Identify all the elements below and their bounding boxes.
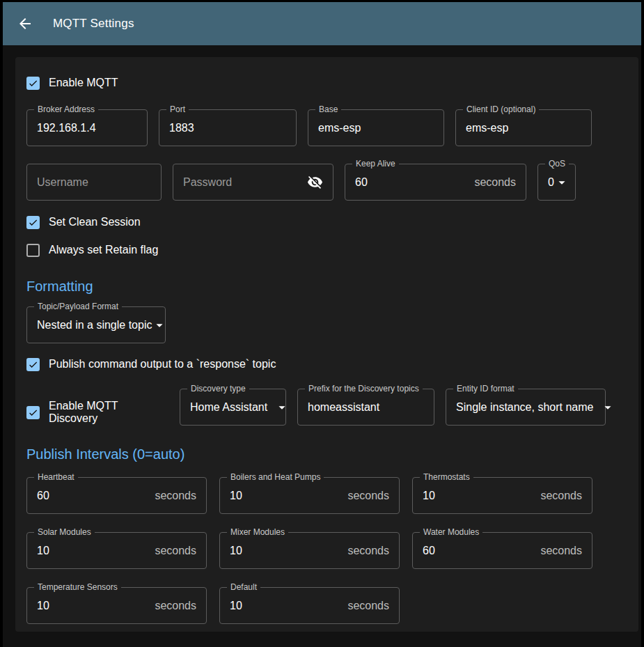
- client-id-label: Client ID (optional): [463, 104, 539, 115]
- arrow-dropdown-icon: [600, 400, 615, 415]
- discovery-type-label: Discovery type: [187, 384, 249, 394]
- thermostats-interval-field[interactable]: Thermostats seconds: [412, 477, 592, 514]
- back-button[interactable]: [17, 15, 33, 32]
- checkbox-label: Always set Retain flag: [49, 244, 158, 256]
- checkbox-label: Enable MQTT Discovery: [49, 400, 168, 425]
- port-input[interactable]: [169, 122, 286, 134]
- port-label: Port: [166, 104, 189, 115]
- port-field[interactable]: Port: [159, 109, 297, 146]
- base-field[interactable]: Base: [308, 109, 444, 146]
- discovery-type-value: Home Assistant: [190, 401, 267, 414]
- heartbeat-interval-field[interactable]: Heartbeat seconds: [26, 477, 207, 514]
- checkbox-checked-icon[interactable]: [26, 77, 40, 90]
- solar-modules-interval-field[interactable]: Solar Modules seconds: [26, 532, 207, 569]
- interval-label: Thermostats: [420, 472, 473, 483]
- discovery-row: Enable MQTT Discovery Discovery type Hom…: [26, 389, 627, 426]
- broker-address-field[interactable]: Broker Address: [26, 109, 148, 146]
- topic-payload-format-label: Topic/Payload Format: [34, 302, 122, 312]
- entity-id-format-select[interactable]: Entity ID format Single instance, short …: [446, 389, 606, 426]
- solar-modules-interval-input[interactable]: [37, 545, 149, 557]
- interval-unit: seconds: [149, 600, 196, 612]
- default-interval-input[interactable]: [230, 600, 342, 612]
- temperature-sensors-interval-input[interactable]: [37, 600, 149, 612]
- interval-unit: seconds: [535, 545, 582, 557]
- heartbeat-interval-input[interactable]: [37, 490, 149, 502]
- arrow-left-icon: [17, 15, 33, 32]
- checkbox-publish-response-topic[interactable]: Publish command output to a `response` t…: [26, 356, 627, 373]
- password-field[interactable]: [173, 164, 333, 201]
- checkbox-set-clean-session[interactable]: Set Clean Session: [26, 214, 627, 231]
- checkbox-enable-mqtt[interactable]: Enable MQTT: [26, 75, 627, 91]
- visibility-off-icon: [307, 174, 323, 190]
- temperature-sensors-interval-field[interactable]: Temperature Sensors seconds: [26, 587, 207, 624]
- client-id-field[interactable]: Client ID (optional): [455, 109, 592, 146]
- interval-label: Heartbeat: [34, 472, 78, 483]
- toggle-password-visibility-button[interactable]: [307, 174, 323, 190]
- broker-address-label: Broker Address: [34, 104, 98, 115]
- interval-label: Boilers and Heat Pumps: [227, 472, 324, 483]
- checkbox-label: Publish command output to a `response` t…: [49, 358, 276, 371]
- entity-id-format-label: Entity ID format: [453, 384, 518, 394]
- credentials-row: Keep Alive seconds QoS 0: [26, 164, 627, 201]
- discovery-prefix-label: Prefix for the Discovery topics: [305, 384, 423, 394]
- checkbox-unchecked-icon[interactable]: [26, 244, 40, 257]
- discovery-type-select[interactable]: Discovery type Home Assistant: [180, 389, 286, 426]
- window-frame: MQTT Settings Enable MQTT Broker Address…: [3, 2, 641, 647]
- interval-unit: seconds: [342, 600, 389, 612]
- base-input[interactable]: [318, 122, 434, 134]
- checkbox-always-set-retain-flag[interactable]: Always set Retain flag: [26, 242, 627, 258]
- interval-label: Temperature Sensors: [34, 582, 121, 593]
- interval-label: Mixer Modules: [227, 527, 288, 538]
- checkbox-enable-mqtt-discovery[interactable]: Enable MQTT Discovery: [26, 400, 168, 425]
- broker-address-input[interactable]: [37, 122, 137, 134]
- arrow-dropdown-icon: [554, 175, 570, 190]
- entity-id-format-value: Single instance, short name: [456, 401, 593, 414]
- boilers-interval-input[interactable]: [230, 490, 342, 502]
- interval-label: Water Modules: [420, 527, 482, 538]
- checkbox-checked-icon[interactable]: [26, 406, 40, 419]
- client-id-input[interactable]: [466, 122, 581, 134]
- interval-unit: seconds: [535, 490, 582, 502]
- discovery-prefix-input[interactable]: [308, 401, 424, 414]
- keep-alive-label: Keep Alive: [352, 159, 399, 169]
- qos-value: 0: [548, 176, 554, 189]
- topic-payload-format-select[interactable]: Topic/Payload Format Nested in a single …: [26, 306, 166, 343]
- username-input[interactable]: [37, 176, 151, 189]
- interval-label: Solar Modules: [34, 527, 95, 538]
- mixer-modules-interval-field[interactable]: Mixer Modules seconds: [219, 532, 400, 569]
- interval-unit: seconds: [342, 490, 389, 502]
- checkbox-checked-icon[interactable]: [26, 358, 40, 371]
- interval-unit: seconds: [342, 545, 389, 557]
- checkbox-checked-icon[interactable]: [26, 216, 40, 229]
- checkbox-label: Set Clean Session: [49, 216, 141, 228]
- page-title: MQTT Settings: [53, 17, 134, 31]
- interval-unit: seconds: [149, 545, 196, 557]
- keep-alive-unit: seconds: [469, 176, 516, 189]
- keep-alive-field[interactable]: Keep Alive seconds: [345, 164, 526, 201]
- publish-intervals-heading: Publish Intervals (0=auto): [26, 446, 627, 462]
- thermostats-interval-input[interactable]: [423, 490, 535, 502]
- checkbox-label: Enable MQTT: [49, 77, 118, 89]
- topic-payload-format-value: Nested in a single topic: [37, 319, 152, 332]
- base-label: Base: [315, 104, 341, 115]
- default-interval-field[interactable]: Default seconds: [219, 587, 400, 624]
- interval-label: Default: [227, 582, 260, 593]
- publish-intervals-grid: Heartbeat seconds Boilers and Heat Pumps…: [26, 477, 627, 624]
- username-field[interactable]: [26, 164, 162, 201]
- arrow-dropdown-icon: [152, 318, 167, 333]
- qos-select[interactable]: QoS 0: [537, 164, 576, 201]
- boilers-interval-field[interactable]: Boilers and Heat Pumps seconds: [219, 477, 400, 514]
- keep-alive-input[interactable]: [355, 176, 469, 189]
- interval-unit: seconds: [149, 490, 196, 502]
- password-input[interactable]: [183, 176, 307, 189]
- formatting-heading: Formatting: [26, 278, 627, 295]
- settings-card: Enable MQTT Broker Address Port Base Cli…: [15, 57, 638, 632]
- broker-settings-row: Broker Address Port Base Client ID (opti…: [26, 109, 627, 146]
- water-modules-interval-field[interactable]: Water Modules seconds: [412, 532, 592, 569]
- mixer-modules-interval-input[interactable]: [230, 545, 342, 557]
- arrow-dropdown-icon: [274, 400, 290, 415]
- discovery-prefix-field[interactable]: Prefix for the Discovery topics: [297, 389, 434, 426]
- app-bar: MQTT Settings: [3, 2, 641, 45]
- qos-label: QoS: [545, 159, 569, 169]
- water-modules-interval-input[interactable]: [423, 545, 535, 557]
